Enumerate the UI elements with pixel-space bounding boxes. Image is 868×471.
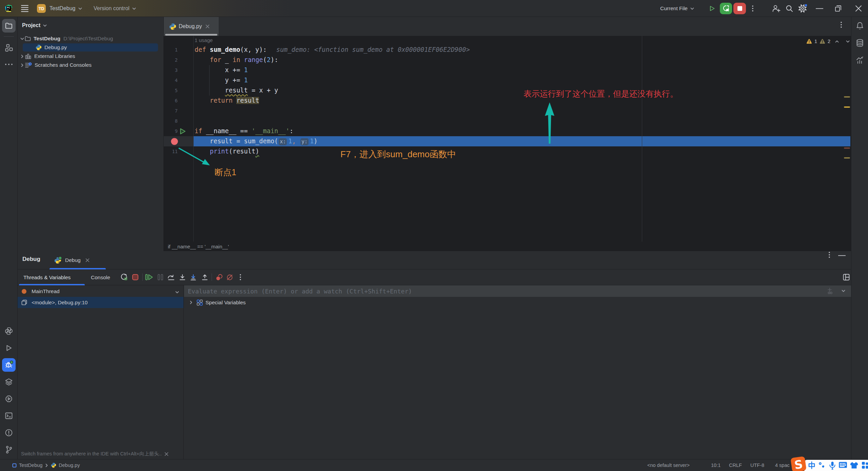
breadcrumbs-bar[interactable]: if __name__ == '__main__' [164, 242, 851, 251]
statusbar-caret-position[interactable]: 10:1 [711, 459, 721, 471]
line-number[interactable]: 5 [164, 85, 178, 96]
profiler-tool-button[interactable] [853, 53, 867, 67]
editor-tab-debug-py[interactable]: Debug.py [164, 17, 219, 36]
rerun-debug-icon[interactable] [119, 272, 130, 283]
tree-item-debug-py[interactable]: Debug.py [18, 43, 164, 52]
python-console-tool-button[interactable] [2, 324, 16, 338]
thread-selector[interactable]: MainThread [18, 286, 183, 297]
line-number[interactable]: 6 [164, 96, 178, 106]
run-configuration-selector[interactable]: Current File [660, 0, 694, 17]
stop-icon[interactable] [130, 272, 141, 283]
editor-body[interactable]: 1 usage def sum_demo(x, y):sum_demo: <fu… [164, 36, 851, 242]
step-out-icon[interactable] [199, 272, 210, 283]
settings-button[interactable] [798, 0, 807, 17]
code-with-me-button[interactable] [772, 0, 781, 17]
chevron-right-icon[interactable] [189, 300, 193, 305]
rerun-debug-button[interactable] [720, 3, 732, 14]
code-line-9[interactable]: if __name__ == '__main__': [195, 126, 293, 136]
tree-item-scratches[interactable]: Scratches and Consoles [18, 61, 164, 69]
more-tool-windows-button[interactable] [2, 58, 16, 71]
window-minimize-button[interactable] [816, 0, 823, 17]
tab-options-button[interactable] [841, 22, 842, 29]
run-tool-button[interactable] [2, 341, 16, 355]
next-problem-icon[interactable] [846, 39, 850, 44]
usages-inlay-hint[interactable]: 1 usage [195, 36, 213, 45]
code-line-3[interactable]: x += 1 [195, 65, 248, 75]
search-everywhere-button[interactable] [785, 0, 793, 17]
code-line-10[interactable]: result = sum_demo(x:1, y:1) [195, 136, 317, 146]
evaluate-expression-input[interactable]: Evaluate expression (Enter) or add a wat… [184, 285, 851, 297]
statusbar-file[interactable]: Debug.py [59, 463, 80, 468]
add-watch-icon[interactable] [827, 287, 835, 295]
scrollbar-breakpoint-mark[interactable] [844, 147, 850, 149]
structure-tool-button[interactable] [2, 41, 16, 55]
statusbar-project[interactable]: TestDebug [19, 463, 42, 468]
scrollbar-warning-mark[interactable] [844, 96, 850, 98]
chevron-down-icon[interactable] [841, 289, 846, 293]
main-menu-button[interactable] [21, 0, 28, 17]
close-tab-icon[interactable] [205, 24, 210, 28]
line-number[interactable]: 7 [164, 106, 178, 116]
layout-settings-icon[interactable] [841, 272, 852, 283]
project-widget[interactable]: TD TestDebug [37, 0, 82, 17]
problems-tool-button[interactable] [2, 426, 16, 439]
resume-icon[interactable] [144, 272, 155, 283]
tree-item-project-root[interactable]: TestDebug D:\Project\TestDebug [18, 34, 164, 43]
inspections-widget[interactable]: 1 2 [806, 37, 850, 45]
mute-breakpoints-icon[interactable] [224, 272, 235, 283]
statusbar-server[interactable]: <no default server> [647, 459, 690, 471]
keyboard-icon[interactable] [839, 461, 847, 469]
statusbar-encoding[interactable]: UTF-8 [750, 459, 764, 471]
database-tool-button[interactable] [853, 36, 867, 50]
python-packages-tool-button[interactable] [2, 375, 16, 389]
pause-icon[interactable] [155, 272, 166, 283]
tab-threads-variables[interactable]: Threads & Variables [23, 274, 71, 281]
breakpoint-icon[interactable] [171, 138, 178, 145]
statusbar-line-ending[interactable]: CRLF [729, 459, 742, 471]
debug-session-tab[interactable]: Debug [50, 251, 94, 269]
skin-icon[interactable] [850, 461, 859, 469]
scrollbar-warning-mark[interactable] [844, 106, 850, 108]
code-line-1[interactable]: def sum_demo(x, y):sum_demo: <function s… [195, 45, 470, 55]
line-number[interactable]: 3 [164, 65, 178, 75]
code-line-11[interactable]: print(result) [195, 146, 259, 157]
pycharm-logo-icon[interactable]: PC [5, 0, 13, 17]
sogou-logo[interactable]: S [791, 456, 808, 471]
code-line-6[interactable]: return result [195, 96, 259, 106]
scrollbar-warning-mark[interactable] [844, 157, 850, 159]
microphone-icon[interactable] [829, 461, 836, 470]
line-number[interactable]: 2 [164, 55, 178, 65]
tree-item-external-libraries[interactable]: External Libraries [18, 52, 164, 61]
step-into-icon[interactable] [177, 272, 188, 283]
hide-debug-panel-button[interactable] [838, 252, 846, 260]
statusbar-breadcrumbs[interactable]: TestDebug Debug.py [12, 459, 80, 471]
debug-tool-button[interactable] [2, 358, 16, 372]
code-line-4[interactable]: y += 1 [195, 75, 248, 85]
close-hint-icon[interactable] [164, 452, 169, 456]
step-over-icon[interactable] [166, 272, 177, 283]
view-breakpoints-icon[interactable] [214, 272, 224, 283]
window-close-button[interactable] [855, 0, 862, 17]
statusbar-indent[interactable]: 4 spac [775, 459, 790, 471]
project-tool-button[interactable] [2, 19, 16, 33]
project-panel-header[interactable]: Project [22, 21, 47, 30]
toolbox-icon[interactable] [861, 461, 868, 469]
line-number[interactable]: 4 [164, 75, 178, 85]
punctuation-icon[interactable] [818, 461, 826, 469]
chinese-mode-icon[interactable] [808, 461, 816, 469]
special-variables-row[interactable]: Special Variables [184, 297, 246, 308]
stop-button[interactable] [733, 3, 746, 14]
close-tab-icon[interactable] [85, 258, 90, 262]
run-gutter-icon[interactable] [180, 128, 186, 135]
run-button[interactable] [708, 0, 716, 17]
prev-problem-icon[interactable] [835, 39, 839, 44]
notifications-button[interactable] [853, 19, 867, 33]
debug-options-button[interactable] [829, 252, 830, 259]
services-tool-button[interactable] [2, 392, 16, 406]
line-number[interactable]: 1 [164, 45, 178, 55]
terminal-tool-button[interactable] [2, 409, 16, 423]
more-actions-button[interactable] [752, 0, 753, 17]
breadcrumb-item[interactable]: if __name__ == '__main__' [168, 244, 229, 249]
code-line-2[interactable]: for _ in range(2): [195, 55, 278, 65]
toolbar-more-icon[interactable] [235, 272, 246, 283]
